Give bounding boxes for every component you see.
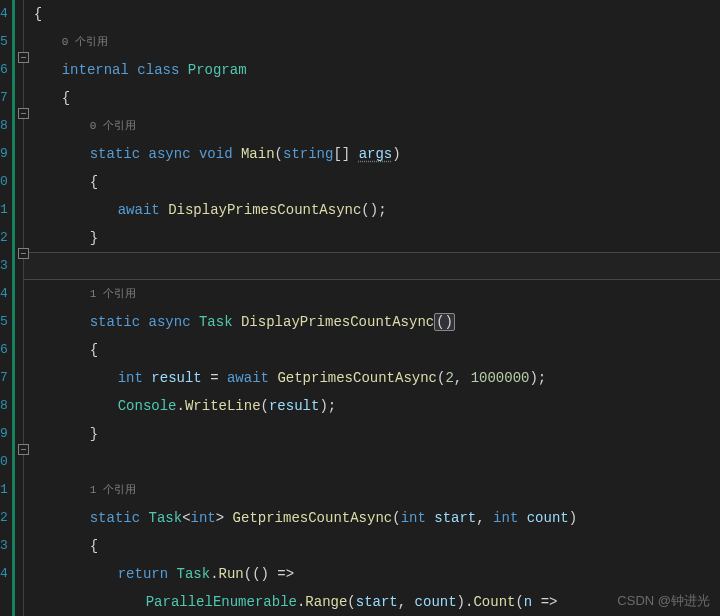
codelens-references[interactable]: 1 个引用: [34, 280, 720, 308]
watermark: CSDN @钟进光: [617, 592, 710, 610]
fold-gutter[interactable]: [15, 0, 24, 616]
line-number-gutter: 456 789 012 345 678 901 234: [0, 0, 12, 616]
codelens-references[interactable]: 0 个引用: [34, 28, 720, 56]
codelens-references[interactable]: 1 个引用: [34, 476, 720, 504]
code-editor[interactable]: 456 789 012 345 678 901 234 { 0 个引用 inte…: [0, 0, 720, 616]
codelens-references[interactable]: 0 个引用: [34, 112, 720, 140]
code-area[interactable]: { 0 个引用 internal class Program { 0 个引用 s…: [24, 0, 720, 616]
